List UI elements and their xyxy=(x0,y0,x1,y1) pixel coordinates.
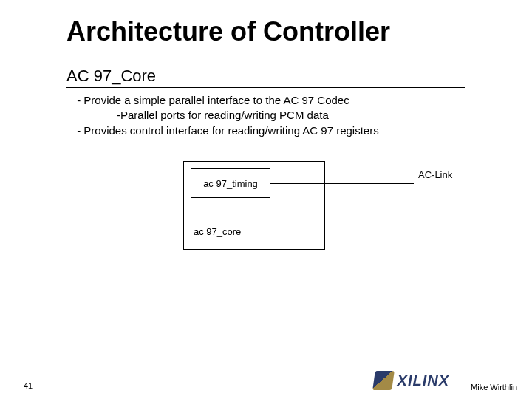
diagram-core: ac 97_timing ac 97_core xyxy=(183,161,325,250)
link-label: AC-Link xyxy=(418,169,452,180)
section-subtitle: AC 97_Core xyxy=(66,66,156,86)
bullet-item: - Provide a simple parallel interface to… xyxy=(74,93,473,108)
page-title: Architecture of Controller xyxy=(66,16,390,47)
bullet-subitem: -Parallel ports for reading/writing PCM … xyxy=(74,108,473,123)
xilinx-icon xyxy=(372,371,395,390)
box-ac97-timing: ac 97_timing xyxy=(191,168,270,198)
connector-ac-link xyxy=(270,183,414,184)
brand-name: XILINX xyxy=(398,372,449,389)
brand-logo: XILINX xyxy=(374,371,449,390)
timing-label: ac 97_timing xyxy=(203,178,258,189)
page-number: 41 xyxy=(24,381,33,390)
core-label: ac 97_core xyxy=(194,226,241,237)
author-name: Mike Wirthlin xyxy=(471,383,517,392)
subtitle-underline xyxy=(66,87,466,88)
bullet-item: - Provides control interface for reading… xyxy=(74,123,473,138)
slide: Architecture of Controller AC 97_Core - … xyxy=(0,0,532,399)
bullet-list: - Provide a simple parallel interface to… xyxy=(74,93,473,138)
